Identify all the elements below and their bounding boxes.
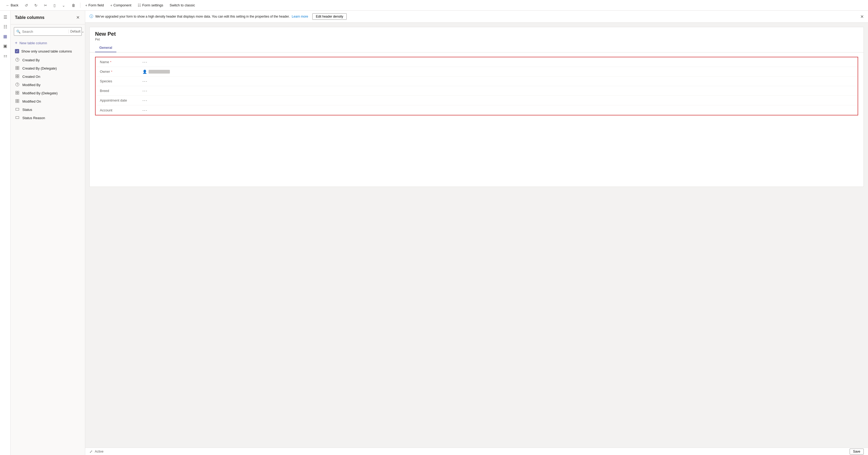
svg-rect-9 bbox=[18, 77, 19, 78]
form-tabs: General bbox=[90, 44, 864, 53]
sidebar-item-created-by-delegate[interactable]: Created By (Delegate) bbox=[11, 64, 85, 73]
rail-menu-icon[interactable]: ☰ bbox=[1, 13, 9, 21]
rail-data-icon[interactable]: ⚏ bbox=[1, 51, 9, 60]
field-label: Account bbox=[100, 108, 143, 112]
cut-button[interactable]: ✂ bbox=[41, 1, 50, 9]
sidebar-item-modified-by-delegate[interactable]: Modified By (Delegate) bbox=[11, 89, 85, 97]
svg-rect-19 bbox=[18, 101, 19, 103]
component-button[interactable]: + Component bbox=[107, 1, 134, 9]
field-value: --- bbox=[143, 60, 148, 64]
svg-text:?: ? bbox=[17, 83, 18, 86]
banner-close-button[interactable]: ✕ bbox=[860, 14, 864, 19]
status-icon bbox=[15, 107, 20, 112]
undo-icon: ↺ bbox=[25, 3, 28, 7]
field-label: Breed bbox=[100, 89, 143, 93]
form-row: Name * --- bbox=[96, 57, 858, 67]
owner-avatar-icon: 👤 bbox=[143, 69, 147, 74]
banner-message: We've upgraded your form to show a high … bbox=[95, 15, 290, 19]
toolbar: ← Back ↺ ↻ ✂ ▯ ⌄ 🗑 + Form field + Compon… bbox=[0, 0, 868, 11]
form-field-icon: + bbox=[85, 3, 87, 7]
copy-button[interactable]: ▯ bbox=[51, 1, 58, 9]
component-icon: + bbox=[110, 3, 112, 7]
info-banner: ⓘ We've upgraded your form to show a hig… bbox=[85, 11, 868, 23]
show-unused-checkbox-row[interactable]: Show only unused table columns bbox=[11, 48, 85, 56]
sidebar-item-label-created-on: Created On bbox=[22, 75, 40, 79]
sidebar-item-label-modified-by-delegate: Modified By (Delegate) bbox=[22, 91, 58, 95]
info-icon: ⓘ bbox=[90, 14, 93, 19]
svg-rect-21 bbox=[16, 116, 19, 119]
svg-rect-8 bbox=[16, 77, 17, 78]
owner-value: 👤 bbox=[143, 69, 170, 74]
show-unused-checkbox[interactable] bbox=[15, 49, 19, 53]
svg-rect-18 bbox=[16, 101, 17, 103]
status-label: Active bbox=[95, 450, 103, 453]
created-on-icon bbox=[15, 74, 20, 79]
field-value: --- bbox=[143, 108, 148, 112]
field-label: Species bbox=[100, 79, 143, 83]
more-button[interactable]: ⌄ bbox=[59, 1, 68, 9]
form-row: Owner * 👤 bbox=[96, 67, 858, 77]
svg-rect-7 bbox=[18, 75, 19, 76]
svg-rect-15 bbox=[18, 93, 19, 94]
icon-rail: ☰ ☷ ▦ ▣ ⚏ bbox=[0, 11, 11, 455]
form-subtitle: Pet bbox=[95, 37, 858, 41]
sidebar-item-label-status: Status bbox=[22, 108, 32, 112]
svg-rect-13 bbox=[18, 91, 19, 92]
sidebar-item-label-status-reason: Status Reason bbox=[22, 116, 45, 120]
form-settings-icon: ☷ bbox=[138, 3, 141, 7]
expand-icon[interactable]: ⤢ bbox=[90, 449, 93, 454]
save-button[interactable]: Save bbox=[849, 449, 864, 454]
modified-by-icon: ? bbox=[15, 83, 20, 87]
copy-icon: ▯ bbox=[54, 3, 56, 7]
sidebar-item-label-created-by-delegate: Created By (Delegate) bbox=[22, 66, 57, 70]
sidebar-item-status[interactable]: Status bbox=[11, 106, 85, 114]
form-row: Species --- bbox=[96, 77, 858, 86]
required-indicator: * bbox=[111, 70, 112, 73]
svg-rect-3 bbox=[18, 66, 19, 68]
toolbar-separator-1 bbox=[80, 3, 81, 8]
rail-layers-icon[interactable]: ▦ bbox=[1, 32, 9, 40]
field-label: Name * bbox=[100, 60, 143, 64]
sidebar-item-modified-on[interactable]: Modified On bbox=[11, 97, 85, 106]
rail-grid-icon[interactable]: ☷ bbox=[1, 22, 9, 31]
form-section: Name * --- Owner * 👤 Species --- Breed -… bbox=[95, 57, 858, 115]
created-by-delegate-icon bbox=[15, 66, 20, 70]
app-body: ☰ ☷ ▦ ▣ ⚏ Table columns ✕ 🔍 Default ⌄ + … bbox=[0, 11, 868, 455]
field-value: --- bbox=[143, 98, 148, 102]
svg-rect-17 bbox=[18, 99, 19, 101]
svg-rect-20 bbox=[16, 108, 19, 110]
rail-table-icon[interactable]: ▣ bbox=[1, 41, 9, 50]
field-value: --- bbox=[143, 89, 148, 93]
edit-density-button[interactable]: Edit header density bbox=[312, 13, 347, 20]
search-icon: 🔍 bbox=[16, 30, 21, 34]
svg-text:?: ? bbox=[17, 58, 18, 61]
delete-button[interactable]: 🗑 bbox=[69, 1, 78, 9]
search-input[interactable] bbox=[22, 30, 67, 34]
more-icon: ⌄ bbox=[62, 3, 65, 7]
sidebar-item-status-reason[interactable]: Status Reason bbox=[11, 114, 85, 122]
delete-icon: 🗑 bbox=[72, 3, 75, 7]
created-by-icon: ? bbox=[15, 58, 20, 62]
status-bar: ⤢ Active Save bbox=[85, 448, 868, 455]
form-row: Account --- bbox=[96, 105, 858, 115]
switch-classic-button[interactable]: Switch to classic bbox=[167, 1, 197, 9]
svg-rect-16 bbox=[16, 99, 17, 101]
sidebar-item-created-on[interactable]: Created On bbox=[11, 73, 85, 81]
redo-button[interactable]: ↻ bbox=[32, 1, 40, 9]
learn-more-link[interactable]: Learn more bbox=[292, 15, 308, 19]
back-icon: ← bbox=[6, 3, 9, 7]
new-table-column-button[interactable]: + New table column bbox=[11, 38, 85, 48]
tab-general[interactable]: General bbox=[95, 44, 116, 52]
back-button[interactable]: ← Back bbox=[3, 1, 21, 9]
modified-by-delegate-icon bbox=[15, 91, 20, 95]
undo-button[interactable]: ↺ bbox=[22, 1, 31, 9]
sidebar-item-created-by[interactable]: ? Created By bbox=[11, 56, 85, 64]
sidebar-items-list: ? Created By Created By (Delegate) Creat… bbox=[11, 56, 85, 455]
svg-rect-14 bbox=[16, 93, 17, 94]
form-canvas: New Pet Pet General Name * --- Owner * 👤 bbox=[85, 23, 868, 448]
search-filter-dropdown[interactable]: Default ⌄ bbox=[68, 30, 84, 33]
form-settings-button[interactable]: ☷ Form settings bbox=[135, 1, 166, 9]
sidebar-close-button[interactable]: ✕ bbox=[75, 14, 81, 21]
sidebar-item-modified-by[interactable]: ? Modified By bbox=[11, 81, 85, 89]
form-field-button[interactable]: + Form field bbox=[83, 1, 106, 9]
